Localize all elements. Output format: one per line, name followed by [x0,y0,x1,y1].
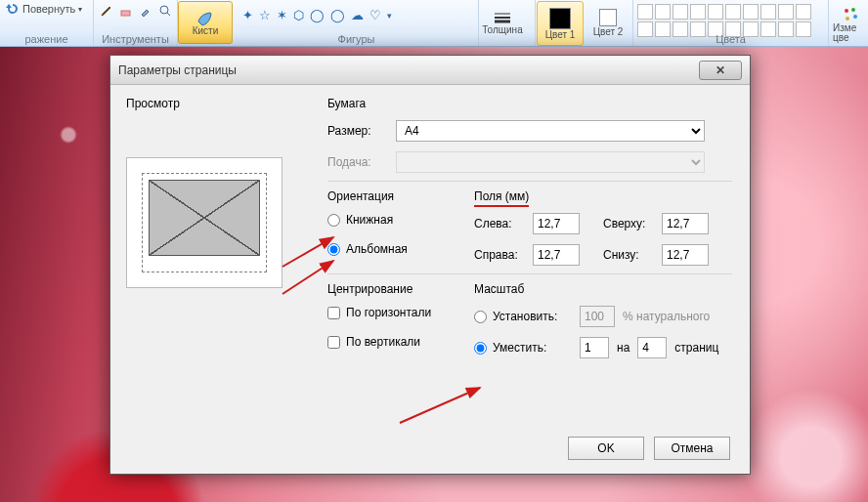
fit-tall-input[interactable] [637,337,667,358]
annotation-arrow-icon [394,380,492,429]
color1-swatch [549,8,571,29]
margin-bottom-input[interactable] [662,244,709,266]
svg-point-4 [853,15,857,19]
orientation-title: Ориентация [327,189,474,203]
ribbon-toolbar: Повернуть ▾ ражение Инструменты Кисти ✦ … [0,0,868,47]
pencil-tool-icon[interactable] [100,4,113,18]
thickness-button[interactable]: Толщина [479,0,526,45]
palette-icon [842,6,859,23]
margin-left-input[interactable] [533,213,580,234]
orientation-landscape[interactable]: Альбомная [327,242,474,256]
margins-title: Поля (мм) [474,189,732,203]
fit-wide-input[interactable] [580,337,609,358]
svg-point-5 [846,17,849,21]
orientation-portrait[interactable]: Книжная [327,213,474,227]
zoom-tool-icon[interactable] [158,4,172,18]
close-button[interactable]: ✕ [699,61,742,80]
scale-unit: % натурального [623,310,710,323]
dialog-titlebar[interactable]: Параметры страницы ✕ [110,56,750,85]
fit-unit: страниц [674,341,718,355]
svg-rect-0 [121,11,130,16]
center-horiz[interactable]: По горизонтали [327,306,474,319]
ribbon-group-label: Цвета [633,33,828,45]
center-vert[interactable]: По вертикали [327,335,474,349]
paper-source-select [396,151,705,173]
margin-right-label: Справа: [474,248,525,262]
paper-title: Бумага [327,97,732,110]
scale-adjust[interactable]: Установить: [474,310,572,323]
color2-button[interactable]: Цвет 2 [585,0,631,45]
rotate-label: Повернуть [22,3,75,15]
ribbon-group-label: ражение [0,33,93,45]
margin-top-input[interactable] [662,213,709,234]
margin-right-input[interactable] [533,244,580,266]
size-label: Размер: [327,124,396,138]
ribbon-group-label: Фигуры [235,33,478,45]
dialog-title: Параметры страницы [118,63,237,77]
shape-cloud-icon[interactable]: ☁ [351,8,364,22]
margin-top-label: Сверху: [603,217,654,230]
paper-size-select[interactable]: A4 [396,120,705,142]
cancel-button[interactable]: Отмена [654,437,730,460]
margin-bottom-label: Снизу: [603,248,654,262]
brush-icon [195,10,215,25]
eraser-tool-icon[interactable] [119,4,133,18]
brushes-button[interactable]: Кисти [179,2,232,43]
preview-box [126,157,282,288]
centering-title: Центрирование [327,282,474,296]
color2-swatch [599,9,617,26]
page-setup-dialog: Параметры страницы ✕ Просмотр Бумага Раз… [109,55,751,475]
source-label: Подача: [327,155,396,169]
close-icon: ✕ [716,63,725,77]
preview-page [149,180,260,256]
thickness-icon [493,11,512,24]
picker-tool-icon[interactable] [139,4,152,18]
shape-star6-icon[interactable]: ✶ [277,8,287,22]
preview-title: Просмотр [126,97,312,110]
shape-hex-icon[interactable]: ⬡ [293,8,304,22]
svg-point-2 [845,9,848,13]
rotate-button[interactable]: Повернуть ▾ [6,2,82,16]
scale-title: Масштаб [474,282,732,296]
color1-button[interactable]: Цвет 1 [537,1,584,46]
color-palette[interactable] [637,4,811,37]
ribbon-group-label: Инструменты [94,33,177,45]
svg-point-3 [851,8,855,12]
fit-sep: на [617,341,629,355]
ok-button[interactable]: OK [568,437,644,460]
shape-speech-icon[interactable]: ◯ [310,8,325,22]
shape-heart-icon[interactable]: ♡ [369,8,381,22]
shape-star5-icon[interactable]: ☆ [259,8,271,22]
margin-left-label: Слева: [474,217,525,230]
scale-fit[interactable]: Уместить: [474,341,572,355]
edit-colors-button[interactable]: Изме цве [833,2,868,47]
shape-speech2-icon[interactable]: ◯ [330,8,345,22]
scale-percent-input [580,306,615,327]
shape-star4-icon[interactable]: ✦ [242,8,253,22]
svg-point-1 [160,6,168,14]
